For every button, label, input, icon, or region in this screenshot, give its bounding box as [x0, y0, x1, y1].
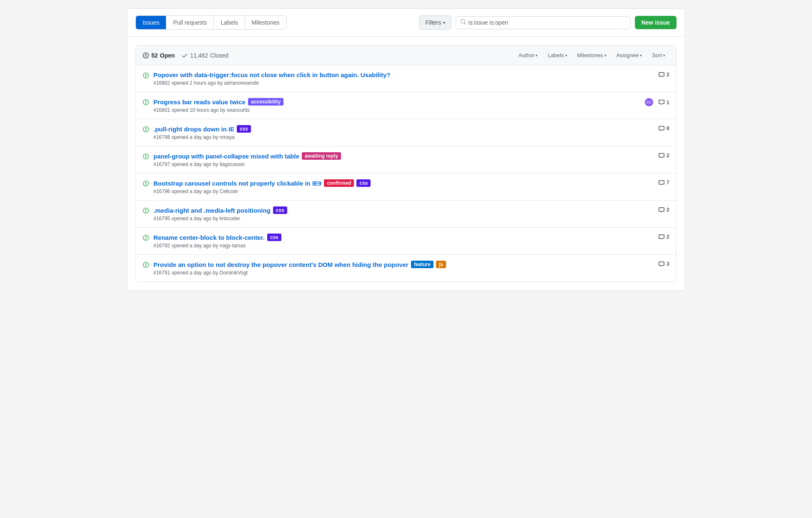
filters-caret-icon: ▾ [443, 20, 445, 25]
issue-meta: #16792 opened a day ago by nagy-tamas [153, 243, 652, 249]
tab-issues[interactable]: Issues [136, 16, 166, 29]
issue-label[interactable]: css [267, 234, 281, 241]
issue-right: SC 1 [645, 98, 669, 106]
filters-button[interactable]: Filters ▾ [419, 15, 451, 30]
issue-meta: #16797 opened a day ago by tiagocassio [153, 161, 652, 167]
table-row: Provide an option to not destroy the pop… [136, 255, 676, 282]
issue-label[interactable]: js [436, 261, 446, 268]
comment-count[interactable]: 2 [658, 234, 669, 240]
issue-content: Bootstrap carousel controls not properly… [153, 179, 652, 194]
issue-label[interactable]: css [237, 125, 251, 133]
search-area: Filters ▾ New issue [419, 15, 677, 30]
issue-label[interactable]: feature [411, 261, 434, 268]
issue-open-icon [143, 99, 149, 107]
closed-issues-icon [181, 52, 188, 59]
new-issue-button[interactable]: New issue [635, 16, 677, 29]
comment-count[interactable]: 8 [658, 125, 669, 131]
table-row: .pull-right drops down in IE css #16798 … [136, 119, 676, 146]
issue-open-icon [143, 126, 149, 134]
comment-count[interactable]: 7 [658, 179, 669, 186]
comment-count[interactable]: 2 [658, 152, 669, 158]
milestones-caret-icon: ▾ [604, 53, 606, 58]
filter-milestones[interactable]: Milestones ▾ [573, 50, 611, 60]
issue-right: 2 [658, 152, 669, 158]
issue-open-icon [143, 262, 149, 269]
table-row: Popover with data-trigger:focus not clos… [136, 65, 676, 92]
issue-open-icon [143, 180, 149, 188]
comment-count[interactable]: 2 [658, 206, 669, 213]
issue-meta: #16791 opened a day ago by DominikVogt [153, 270, 652, 276]
open-count[interactable]: 52 Open [143, 52, 175, 59]
issue-open-icon [143, 72, 149, 80]
issue-title[interactable]: Provide an option to not destroy the pop… [153, 261, 409, 268]
search-box [456, 16, 631, 29]
issues-counts: 52 Open 11,462 Closed [143, 52, 506, 59]
issues-filters: Author ▾ Labels ▾ Milestones ▾ Assignee … [514, 50, 669, 60]
issue-content: Popover with data-trigger:focus not clos… [153, 71, 652, 86]
filter-author[interactable]: Author ▾ [514, 50, 542, 60]
tab-labels[interactable]: Labels [214, 16, 245, 29]
issue-open-icon [143, 207, 149, 215]
avatar: SC [645, 98, 653, 106]
issue-content: Progress bar reads value twice accessibi… [153, 98, 638, 113]
issue-open-icon [143, 234, 149, 242]
table-row: panel-group with panel-collapse mixed wi… [136, 146, 676, 174]
issue-content: Provide an option to not destroy the pop… [153, 261, 652, 276]
search-icon [460, 19, 466, 26]
comment-count[interactable]: 1 [658, 99, 669, 106]
issues-list: Popover with data-trigger:focus not clos… [136, 65, 676, 282]
author-caret-icon: ▾ [536, 53, 538, 58]
issue-label[interactable]: css [273, 206, 287, 214]
sort-caret-icon: ▾ [663, 53, 665, 58]
issues-container: 52 Open 11,462 Closed Author ▾ Labels [135, 45, 677, 282]
issue-right: 8 [658, 125, 669, 131]
table-row: Rename center-block to block-center. css… [136, 228, 676, 255]
issue-title[interactable]: .media-right and .media-left positioning [153, 207, 271, 214]
issue-label[interactable]: awaiting reply [302, 152, 341, 160]
filters-label: Filters [425, 19, 441, 26]
filter-assignee[interactable]: Assignee ▾ [612, 50, 646, 60]
issue-meta: #16802 opened 2 hours ago by adrianorese… [153, 80, 652, 86]
issue-right: 2 [658, 206, 669, 213]
issue-title[interactable]: panel-group with panel-collapse mixed wi… [153, 153, 299, 160]
issue-content: .media-right and .media-left positioning… [153, 206, 652, 221]
issue-title[interactable]: Rename center-block to block-center. [153, 234, 265, 241]
issue-label[interactable]: confirmed [324, 179, 354, 187]
issue-label[interactable]: css [356, 179, 371, 187]
issue-title[interactable]: Bootstrap carousel controls not properly… [153, 180, 321, 187]
issue-right: 7 [658, 179, 669, 186]
closed-count[interactable]: 11,462 Closed [181, 52, 228, 59]
issue-title[interactable]: .pull-right drops down in IE [153, 126, 234, 133]
open-issues-icon [143, 52, 149, 59]
issue-meta: #16796 opened a day ago by Cellcote [153, 189, 652, 194]
search-input[interactable] [469, 19, 626, 26]
tab-group: Issues Pull requests Labels Milestones [135, 15, 287, 30]
filter-labels[interactable]: Labels ▾ [544, 50, 571, 60]
table-row: Bootstrap carousel controls not properly… [136, 174, 676, 201]
issue-label[interactable]: accessibility [248, 98, 283, 106]
table-row: .media-right and .media-left positioning… [136, 201, 676, 228]
issue-meta: #16801 opened 10 hours ago by seancurtis [153, 107, 638, 113]
issues-header: 52 Open 11,462 Closed Author ▾ Labels [136, 45, 676, 65]
issue-content: panel-group with panel-collapse mixed wi… [153, 152, 652, 167]
issue-content: .pull-right drops down in IE css #16798 … [153, 125, 652, 140]
table-row: Progress bar reads value twice accessibi… [136, 92, 676, 119]
issue-content: Rename center-block to block-center. css… [153, 234, 652, 249]
tab-pull-requests[interactable]: Pull requests [166, 16, 214, 29]
issue-right: 3 [658, 261, 669, 267]
issue-meta: #16798 opened a day ago by nmaya [153, 134, 652, 140]
comment-count[interactable]: 2 [658, 71, 669, 78]
assignee-caret-icon: ▾ [640, 53, 642, 58]
filter-sort[interactable]: Sort ▾ [648, 50, 669, 60]
issue-open-icon [143, 153, 149, 161]
issue-meta: #16795 opened a day ago by knbcoder [153, 216, 652, 221]
labels-caret-icon: ▾ [565, 53, 567, 58]
issue-title[interactable]: Progress bar reads value twice [153, 98, 246, 106]
issue-right: 2 [658, 234, 669, 240]
issue-right: 2 [658, 71, 669, 78]
issue-title[interactable]: Popover with data-trigger:focus not clos… [153, 71, 390, 78]
top-bar: Issues Pull requests Labels Milestones F… [127, 9, 685, 37]
comment-count[interactable]: 3 [658, 261, 669, 267]
tab-milestones[interactable]: Milestones [245, 16, 286, 29]
